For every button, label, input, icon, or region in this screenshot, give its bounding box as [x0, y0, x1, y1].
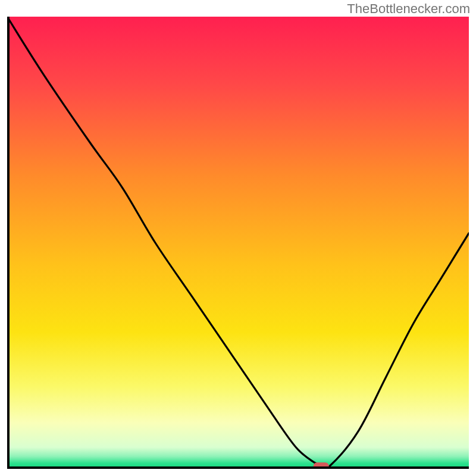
chart-svg [7, 17, 469, 469]
plot-area [7, 17, 469, 469]
watermark-text: TheBottlenecker.com [347, 1, 470, 17]
gradient-background [7, 17, 469, 468]
chart-container: TheBottlenecker.com [0, 0, 476, 476]
